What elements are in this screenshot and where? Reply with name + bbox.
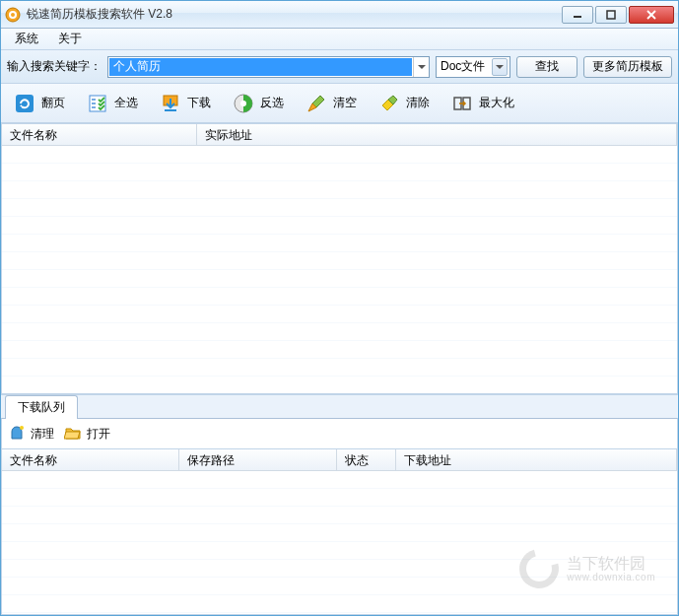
close-button[interactable] <box>629 6 674 24</box>
select-all-button[interactable]: 全选 <box>78 89 147 118</box>
menu-system[interactable]: 系统 <box>5 29 48 49</box>
download-label: 下载 <box>187 95 211 111</box>
col-filename[interactable]: 文件名称 <box>2 124 197 145</box>
broom-icon <box>306 93 327 114</box>
filetype-value: Doc文件 <box>441 58 492 75</box>
app-icon <box>5 7 21 23</box>
dl-col-url[interactable]: 下载地址 <box>396 449 677 470</box>
brush-icon <box>378 93 400 114</box>
open-button[interactable]: 打开 <box>64 424 110 445</box>
minimize-button[interactable] <box>562 6 593 24</box>
clear-empty-label: 清空 <box>333 95 357 111</box>
dl-col-status[interactable]: 状态 <box>337 449 396 470</box>
window-controls <box>560 6 674 24</box>
search-label: 输入搜索关键字： <box>7 58 102 75</box>
download-header: 文件名称 保存路径 状态 下载地址 <box>2 449 677 471</box>
keyword-input[interactable] <box>109 58 412 76</box>
download-body[interactable] <box>2 471 677 614</box>
open-label: 打开 <box>87 426 110 443</box>
filetype-dropdown-icon[interactable] <box>492 58 508 76</box>
clear-label: 清除 <box>406 95 430 111</box>
download-button[interactable]: 下载 <box>151 89 220 118</box>
searchbar: 输入搜索关键字： Doc文件 查找 更多简历模板 <box>1 50 678 84</box>
select-all-label: 全选 <box>114 95 138 111</box>
more-templates-button[interactable]: 更多简历模板 <box>583 56 672 78</box>
menubar: 系统 关于 <box>1 29 678 50</box>
svg-point-13 <box>20 426 24 430</box>
refresh-icon <box>14 93 35 114</box>
invert-button[interactable]: 反选 <box>224 89 293 118</box>
expand-icon <box>451 93 473 114</box>
maximize-label: 最大化 <box>479 95 514 111</box>
keyword-combo[interactable] <box>107 56 430 78</box>
download-toolbar: 清理 打开 <box>1 418 678 449</box>
download-icon <box>160 93 181 114</box>
page-button[interactable]: 翻页 <box>5 89 74 118</box>
svg-point-0 <box>6 8 20 22</box>
svg-rect-5 <box>16 95 34 112</box>
checklist-icon <box>87 93 108 114</box>
results-body[interactable] <box>2 146 677 393</box>
clean-label: 清理 <box>31 426 54 443</box>
download-grid[interactable]: 文件名称 保存路径 状态 下载地址 <box>1 449 678 615</box>
results-grid[interactable]: 文件名称 实际地址 <box>1 123 678 394</box>
tab-download-queue[interactable]: 下载队列 <box>5 395 78 419</box>
clear-empty-button[interactable]: 清空 <box>297 89 366 118</box>
dl-col-filename[interactable]: 文件名称 <box>2 449 179 470</box>
invert-label: 反选 <box>260 95 284 111</box>
dl-col-path[interactable]: 保存路径 <box>179 449 337 470</box>
search-button-label: 查找 <box>535 58 559 75</box>
folder-icon <box>64 424 82 445</box>
window-title: 锐速简历模板搜索软件 V2.8 <box>27 6 560 23</box>
clean-icon <box>8 424 26 445</box>
filetype-select[interactable]: Doc文件 <box>436 56 510 78</box>
col-url[interactable]: 实际地址 <box>197 124 677 145</box>
search-button[interactable]: 查找 <box>516 56 577 78</box>
more-button-label: 更多简历模板 <box>592 58 663 75</box>
clean-button[interactable]: 清理 <box>8 424 54 445</box>
svg-rect-8 <box>165 109 176 111</box>
menu-about[interactable]: 关于 <box>48 29 92 49</box>
invert-icon <box>233 93 254 114</box>
download-tabstrip: 下载队列 <box>1 394 678 418</box>
clear-button[interactable]: 清除 <box>370 89 439 118</box>
page-label: 翻页 <box>41 95 65 111</box>
maximize-button[interactable] <box>595 6 627 24</box>
svg-rect-2 <box>607 11 615 19</box>
results-area: 文件名称 实际地址 <box>1 123 678 394</box>
titlebar: 锐速简历模板搜索软件 V2.8 <box>1 1 678 29</box>
app-window: 锐速简历模板搜索软件 V2.8 系统 关于 输入搜索关键字： Doc文件 查找 … <box>0 0 679 616</box>
maximize-tool-button[interactable]: 最大化 <box>442 89 523 118</box>
svg-point-10 <box>240 101 246 106</box>
results-header: 文件名称 实际地址 <box>2 124 677 146</box>
toolbar: 翻页 全选 下载 反选 清空 清除 最大化 <box>1 84 678 123</box>
keyword-dropdown-icon[interactable] <box>413 57 429 77</box>
